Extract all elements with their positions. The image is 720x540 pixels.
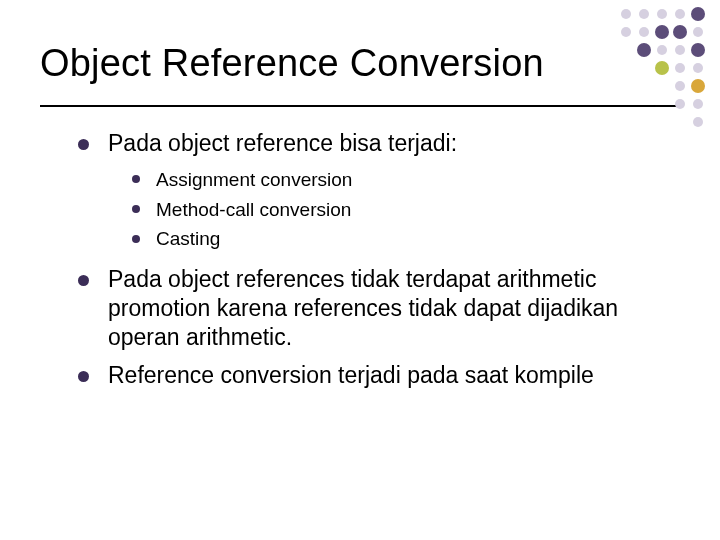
svg-point-14 [655, 61, 669, 75]
svg-point-13 [691, 43, 705, 57]
svg-point-16 [693, 63, 703, 73]
bullet-text: Reference conversion terjadi pada saat k… [108, 362, 594, 388]
svg-point-3 [675, 9, 685, 19]
svg-point-20 [693, 99, 703, 109]
svg-point-21 [693, 117, 703, 127]
list-item: Method-call conversion [132, 198, 660, 222]
bullet-list: Pada object reference bisa terjadi: Assi… [78, 129, 660, 390]
svg-point-9 [693, 27, 703, 37]
sub-list: Assignment conversion Method-call conver… [132, 168, 660, 251]
svg-point-8 [673, 25, 687, 39]
svg-point-0 [621, 9, 631, 19]
bullet-text: Pada object reference bisa terjadi: [108, 130, 457, 156]
svg-point-11 [657, 45, 667, 55]
svg-point-2 [657, 9, 667, 19]
list-item: Pada object reference bisa terjadi: Assi… [78, 129, 660, 251]
corner-decoration [580, 0, 720, 130]
svg-point-4 [691, 7, 705, 21]
bullet-text: Assignment conversion [156, 169, 352, 190]
svg-point-6 [639, 27, 649, 37]
list-item: Assignment conversion [132, 168, 660, 192]
bullet-text: Method-call conversion [156, 199, 351, 220]
svg-point-5 [621, 27, 631, 37]
bullet-text: Pada object references tidak terdapat ar… [108, 266, 618, 350]
svg-point-10 [637, 43, 651, 57]
slide: Object Reference Conversion Pada object … [0, 0, 720, 540]
list-item: Reference conversion terjadi pada saat k… [78, 361, 660, 390]
bullet-text: Casting [156, 228, 220, 249]
svg-point-1 [639, 9, 649, 19]
svg-point-15 [675, 63, 685, 73]
svg-point-12 [675, 45, 685, 55]
list-item: Pada object references tidak terdapat ar… [78, 265, 660, 351]
svg-point-19 [675, 99, 685, 109]
list-item: Casting [132, 227, 660, 251]
svg-point-7 [655, 25, 669, 39]
svg-point-17 [675, 81, 685, 91]
svg-point-18 [691, 79, 705, 93]
content-area: Pada object reference bisa terjadi: Assi… [0, 107, 720, 390]
